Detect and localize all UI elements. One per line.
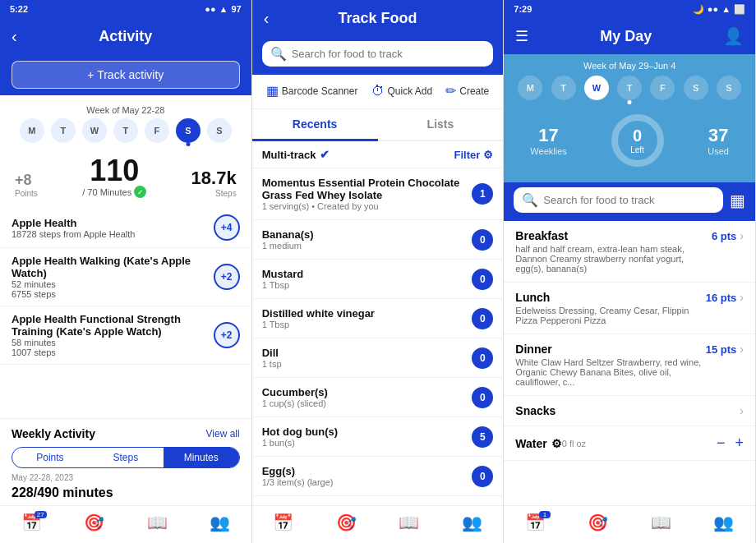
food-search-wrap: 🔍 — [262, 41, 494, 67]
filter-button[interactable]: Filter ⚙ — [454, 149, 494, 161]
track-food-header: ‹ Track Food — [252, 0, 504, 36]
myday-F[interactable]: F — [650, 76, 675, 100]
water-amount: 0 fl oz — [562, 439, 717, 449]
pencil-icon: ✏ — [445, 83, 456, 99]
day-S1[interactable]: S — [176, 118, 201, 143]
nav-goals-3[interactable]: 🎯 — [588, 513, 608, 533]
meal-breakfast[interactable]: Breakfast half and half cream, extra-lea… — [504, 221, 755, 283]
back-icon-1[interactable]: ‹ — [12, 27, 31, 46]
track-food-title: Track Food — [284, 10, 472, 27]
day-F[interactable]: F — [145, 118, 169, 143]
myday-stats: 17 Weeklies 0 Left 37 Used — [514, 107, 745, 174]
water-gear-icon[interactable]: ⚙ — [551, 437, 562, 450]
my-day-panel: 7:29 🌙 ●● ▲ ⬜ ☰ My Day 👤 Week of May 29–… — [504, 0, 756, 543]
nav-community-1[interactable]: 👥 — [210, 513, 230, 533]
activity-header: ‹ Activity — [0, 18, 251, 54]
community-icon-2: 👥 — [462, 513, 482, 532]
day-M[interactable]: M — [20, 118, 44, 143]
calendar-badge-1: 27 — [35, 511, 47, 518]
minutes-stat: 110 / 70 Minutes ✓ — [82, 156, 146, 198]
back-icon-2[interactable]: ‹ — [264, 9, 284, 28]
myday-S2[interactable]: S — [717, 76, 741, 100]
bottom-nav-2: 📅 🎯 📖 👥 — [252, 505, 504, 543]
food-item-4[interactable]: Dill 1 tsp 0 — [252, 338, 504, 378]
activity-title: Activity — [31, 28, 220, 45]
tab-minutes[interactable]: Minutes — [164, 448, 239, 467]
water-plus-button[interactable]: + — [735, 435, 744, 452]
pts-badge-3: +2 — [214, 322, 240, 348]
donut-center: 0 Left — [630, 127, 644, 154]
myday-week-label: Week of May 29–Jun 4 — [514, 61, 745, 71]
food-item-7[interactable]: Egg(s) 1/3 item(s) (large) 0 — [252, 457, 504, 496]
myday-search-input[interactable] — [543, 194, 715, 206]
food-actions: ▦ Barcode Scanner ⏱ Quick Add ✏ Create — [252, 75, 504, 109]
day-S2[interactable]: S — [207, 118, 232, 143]
tab-lists[interactable]: Lists — [378, 109, 504, 141]
myday-week-section: Week of May 29–Jun 4 M T W T F S S 17 We… — [504, 54, 755, 182]
activity-item-3[interactable]: Apple Health Functional Strength Trainin… — [0, 306, 251, 365]
used-stat: 37 Used — [708, 125, 729, 156]
meal-lunch[interactable]: Lunch Edelweiss Dressing, Creamy Cesar, … — [504, 283, 755, 334]
barcode-scanner-button[interactable]: ▦ Barcode Scanner — [261, 80, 363, 102]
track-activity-button[interactable]: + Track activity — [12, 61, 240, 89]
barcode-icon-right[interactable]: ▦ — [730, 191, 745, 210]
create-button[interactable]: ✏ Create — [440, 80, 494, 102]
weekly-tabs: Points Steps Minutes — [12, 447, 240, 468]
food-item-3[interactable]: Distilled white vinegar 1 Tbsp 0 — [252, 299, 504, 338]
food-item-2[interactable]: Mustard 1 Tbsp 0 — [252, 260, 504, 299]
food-item-1[interactable]: Banana(s) 1 medium 0 — [252, 220, 504, 260]
nav-calendar-3[interactable]: 📅 1 — [525, 513, 546, 533]
myday-T1[interactable]: T — [551, 76, 576, 100]
nav-log-3[interactable]: 📖 — [651, 513, 671, 533]
barcode-icon: ▦ — [266, 83, 279, 99]
meal-snacks[interactable]: Snacks › — [504, 396, 755, 426]
food-item-5[interactable]: Cucumber(s) 1 cup(s) (sliced) 0 — [252, 378, 504, 417]
quick-add-button[interactable]: ⏱ Quick Add — [366, 80, 438, 102]
activity-item-2[interactable]: Apple Health Walking (Kate's Apple Watch… — [0, 248, 251, 306]
log-icon-3: 📖 — [651, 513, 671, 532]
weekly-progress: 228/490 minutes — [12, 485, 240, 500]
wifi-icon: ▲ — [219, 4, 228, 14]
tab-recents[interactable]: Recents — [252, 109, 378, 141]
nav-calendar-1[interactable]: 📅 27 — [21, 513, 42, 533]
goals-icon-1: 🎯 — [84, 513, 104, 532]
weekly-title: Weekly Activity — [12, 427, 95, 440]
hamburger-icon[interactable]: ☰ — [515, 27, 528, 45]
profile-icon[interactable]: 👤 — [723, 26, 744, 46]
food-item-0[interactable]: Momentus Essential Protein Chocolate Gra… — [252, 168, 504, 220]
verified-icon: ✔ — [320, 148, 330, 161]
nav-calendar-2[interactable]: 📅 — [273, 513, 293, 533]
check-icon: ✓ — [134, 186, 146, 198]
steps-stat: 18.7k Steps — [191, 168, 237, 198]
nav-community-3[interactable]: 👥 — [713, 513, 734, 533]
time-3: 7:29 — [514, 4, 532, 14]
signal-icon-3: ●● — [708, 4, 718, 14]
nav-log-1[interactable]: 📖 — [147, 513, 168, 533]
water-minus-button[interactable]: − — [717, 435, 726, 452]
food-item-6[interactable]: Hot dog bun(s) 1 bun(s) 5 — [252, 417, 504, 457]
donut-chart: 0 Left — [609, 112, 666, 169]
myday-T2[interactable]: T — [617, 76, 642, 100]
myday-S1[interactable]: S — [684, 76, 708, 100]
meal-dinner[interactable]: Dinner White Claw Hard Seltzer Strawberr… — [504, 334, 755, 396]
food-search-input[interactable] — [292, 48, 486, 60]
myday-search-wrap: 🔍 — [514, 187, 723, 213]
nav-community-2[interactable]: 👥 — [462, 513, 482, 533]
myday-M[interactable]: M — [518, 76, 542, 100]
myday-title: My Day — [600, 28, 652, 45]
day-W[interactable]: W — [82, 118, 107, 143]
goals-icon-3: 🎯 — [588, 513, 608, 532]
status-icons-1: ●● ▲ 97 — [205, 4, 241, 14]
nav-goals-2[interactable]: 🎯 — [336, 513, 357, 533]
tab-steps[interactable]: Steps — [88, 448, 164, 467]
tab-points[interactable]: Points — [12, 448, 88, 467]
day-T2[interactable]: T — [113, 118, 138, 143]
activity-item-1[interactable]: Apple Health 18728 steps from Apple Heal… — [0, 208, 251, 248]
day-T1[interactable]: T — [51, 118, 76, 143]
nav-goals-1[interactable]: 🎯 — [84, 513, 104, 533]
bottom-nav-3: 📅 1 🎯 📖 👥 — [504, 505, 755, 543]
search-icon-2: 🔍 — [270, 46, 287, 62]
myday-W[interactable]: W — [584, 76, 609, 100]
view-all-button[interactable]: View all — [206, 428, 240, 439]
nav-log-2[interactable]: 📖 — [399, 513, 419, 533]
